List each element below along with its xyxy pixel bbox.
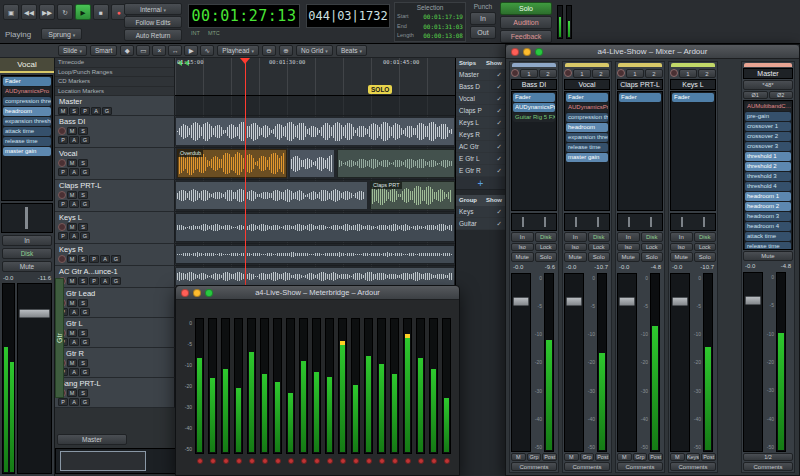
group-button[interactable]: G: [80, 200, 90, 208]
record-arm-button[interactable]: [58, 127, 66, 135]
audition-tool-button[interactable]: ▶: [184, 45, 198, 56]
grid-mode-button[interactable]: No Grid: [296, 45, 333, 56]
automation-button[interactable]: A: [69, 232, 79, 240]
processor-audynamicspro[interactable]: AUDynamicsPro: [513, 103, 555, 112]
processor-crossover-1[interactable]: crossover 1: [745, 122, 791, 131]
phase-button-1[interactable]: Ø1: [743, 91, 768, 99]
sync-source-button[interactable]: Internal: [124, 3, 182, 15]
track-header-bass-di[interactable]: Bass DIMSPAG: [55, 116, 175, 148]
punch-out-button[interactable]: Out: [470, 26, 496, 39]
cut-tool-button[interactable]: ×: [152, 45, 166, 56]
visible-checkmark[interactable]: ✓: [497, 69, 502, 80]
processor-compression-threshold[interactable]: compression threshold: [566, 113, 608, 122]
gain-fader[interactable]: [511, 273, 531, 452]
group-button[interactable]: Grp: [633, 453, 648, 461]
track-header-e-gtr-r[interactable]: E Gtr RMSPAG: [55, 348, 175, 378]
audio-region[interactable]: [175, 245, 455, 264]
metering-point-button[interactable]: Post: [542, 453, 557, 461]
midi-panic-button[interactable]: ▣: [3, 4, 19, 20]
auto-return-button[interactable]: Auto Return: [124, 29, 182, 41]
processor-crossover-3[interactable]: crossover 3: [745, 142, 791, 151]
group-button[interactable]: G: [80, 232, 90, 240]
track-solo-button[interactable]: S: [78, 389, 88, 397]
feedback-indicator-button[interactable]: Feedback: [500, 30, 552, 43]
group-button[interactable]: Grp: [527, 453, 542, 461]
strip-list-item-master[interactable]: Master✓: [456, 69, 505, 81]
record-enable-button[interactable]: [511, 69, 519, 77]
strip-color-tab[interactable]: [744, 63, 792, 67]
mute-button[interactable]: Mute: [670, 252, 693, 262]
peak-display[interactable]: -4.8: [781, 262, 791, 271]
io-button-2[interactable]: 2: [698, 69, 716, 78]
bridge-record-button[interactable]: [275, 458, 281, 464]
close-button[interactable]: [181, 289, 189, 297]
track-solo-button[interactable]: S: [69, 107, 79, 115]
automation-button[interactable]: A: [69, 200, 79, 208]
panner[interactable]: [511, 213, 557, 231]
bridge-record-button[interactable]: [236, 458, 242, 464]
monitor-input-button[interactable]: In: [617, 232, 640, 242]
group-button[interactable]: G: [80, 398, 90, 406]
primary-clock[interactable]: 00:01:27:13: [188, 4, 300, 28]
processor-guitar-rig-5-fx[interactable]: Guitar Rig 5 FX: [513, 113, 555, 122]
processor-compression-threshold[interactable]: compression threshold: [3, 97, 51, 106]
phase-button-2[interactable]: Ø2: [769, 91, 794, 99]
audio-region[interactable]: [175, 181, 368, 210]
record-enable-button[interactable]: [670, 69, 678, 77]
processor-threshold-4[interactable]: threshold 4: [745, 182, 791, 191]
monitor-input-button[interactable]: In: [511, 232, 534, 242]
track-lane-vocal[interactable]: Overdub: [175, 148, 455, 180]
track-lane-bass-di[interactable]: [175, 116, 455, 148]
track-mute-button[interactable]: M: [58, 107, 68, 115]
processor-master-gain[interactable]: master gain: [566, 153, 608, 162]
fader-handle[interactable]: [513, 297, 529, 306]
automation-button[interactable]: A: [69, 308, 79, 316]
solo-button[interactable]: Solo: [641, 252, 664, 262]
bridge-record-button[interactable]: [314, 458, 320, 464]
processor-release-time[interactable]: release time: [3, 137, 51, 146]
monitor-disk-button[interactable]: Disk: [588, 232, 611, 242]
solo-isolate-button[interactable]: Iso: [564, 243, 587, 251]
follow-edits-button[interactable]: Follow Edits: [124, 16, 182, 28]
bridge-record-button[interactable]: [301, 458, 307, 464]
stretch-tool-button[interactable]: ↔: [168, 45, 182, 56]
strip-list-item-keys-l[interactable]: Keys L✓: [456, 117, 505, 129]
track-solo-button[interactable]: S: [78, 191, 88, 199]
solo-lock-button[interactable]: Lock: [588, 243, 611, 251]
processor-attack-time[interactable]: attack time: [3, 127, 51, 136]
timeline-ruler[interactable]: SOLO 01:15:0000:01:30:0000:01:45:00: [175, 58, 455, 96]
group-list-item-guitar[interactable]: Guitar✓: [456, 218, 505, 230]
track-solo-button[interactable]: S: [78, 299, 88, 307]
track-mute-button[interactable]: M: [67, 127, 77, 135]
bridge-record-button[interactable]: [392, 458, 398, 464]
visible-checkmark[interactable]: ✓: [497, 93, 502, 104]
track-header-e-gtr-l[interactable]: E Gtr LMSPAG: [55, 318, 175, 348]
processor-fader[interactable]: Fader: [566, 93, 608, 102]
comments-button[interactable]: Comments: [617, 462, 663, 471]
peak-display[interactable]: -10.7: [700, 263, 714, 272]
shuttle-mode-button[interactable]: Sprung: [41, 28, 82, 40]
playlist-button[interactable]: P: [89, 255, 99, 263]
snap-unit-button[interactable]: Beats: [336, 45, 367, 56]
clock-mtc-mode[interactable]: MTC: [208, 30, 220, 36]
bridge-record-button[interactable]: [262, 458, 268, 464]
draw-tool-button[interactable]: ∿: [200, 45, 214, 56]
fader-handle[interactable]: [19, 309, 50, 318]
panner[interactable]: [564, 213, 610, 231]
automation-button[interactable]: A: [91, 107, 101, 115]
strip-list-item-keys-r[interactable]: Keys R✓: [456, 129, 505, 141]
visible-checkmark[interactable]: ✓: [497, 206, 502, 217]
track-header-keys-r[interactable]: Keys RMSPAG: [55, 244, 175, 266]
selection-end-value[interactable]: 00:01:31:03: [423, 22, 463, 32]
track-mute-button[interactable]: M: [67, 191, 77, 199]
solo-lock-button[interactable]: Lock: [535, 243, 558, 251]
range-tool-button[interactable]: ▭: [136, 45, 150, 56]
track-header-master[interactable]: MasterMSPAG: [55, 96, 175, 116]
record-arm-button[interactable]: [58, 255, 66, 263]
strip-color-tab[interactable]: [618, 63, 662, 67]
metering-point-button[interactable]: Post: [648, 453, 663, 461]
audio-region[interactable]: [337, 149, 455, 178]
automation-button[interactable]: A: [100, 255, 110, 263]
track-solo-button[interactable]: S: [78, 223, 88, 231]
automation-button[interactable]: A: [69, 398, 79, 406]
